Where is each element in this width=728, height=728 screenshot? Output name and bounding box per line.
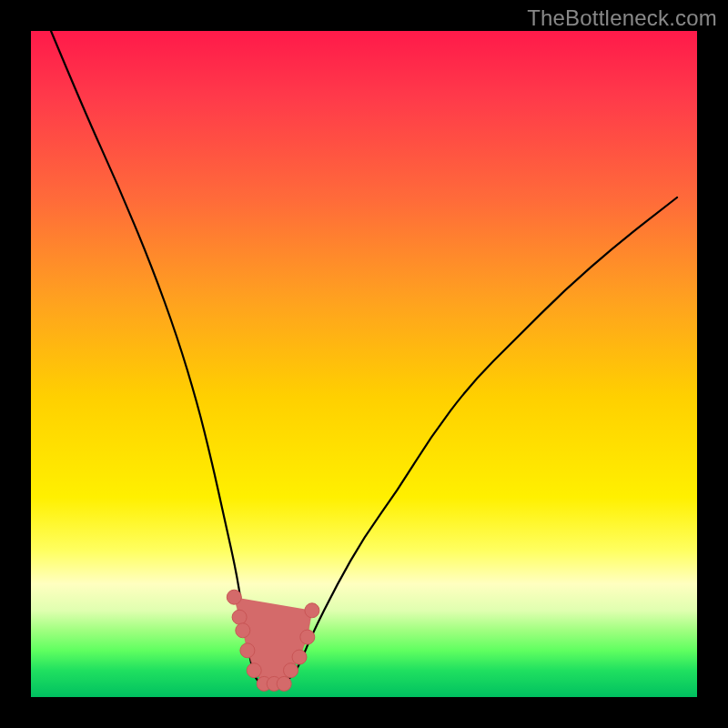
scatter-bar [234, 597, 312, 683]
scatter-point [247, 663, 261, 678]
chart-frame: TheBottleneck.com [0, 0, 728, 728]
chart-svg [31, 31, 697, 697]
scatter-point [236, 623, 250, 638]
scatter-point [240, 643, 255, 658]
scatter-point [284, 663, 298, 678]
scatter-point [277, 676, 291, 691]
bottleneck-curve [51, 31, 677, 683]
scatter-point [305, 603, 319, 618]
plot-area [31, 31, 697, 697]
scatter-point [227, 590, 241, 604]
scatter-point [232, 610, 247, 624]
scatter-point [292, 650, 307, 664]
watermark-text: TheBottleneck.com [527, 5, 717, 31]
scatter-group [227, 590, 319, 691]
scatter-point [300, 630, 315, 644]
